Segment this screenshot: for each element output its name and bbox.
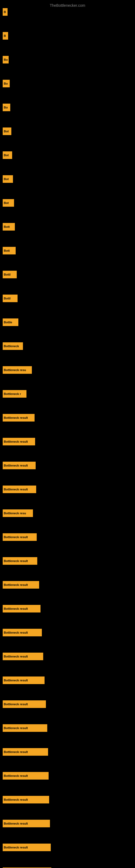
bar-row-27: Bottleneck result [3,653,135,677]
bar-label-14: Bottleneck [4,344,19,348]
bar-row-11: Bottl [3,271,135,294]
bar-row-16: Bottleneck r [3,390,135,414]
bar-row-5: Bot [3,127,135,151]
bar-row-17: Bottleneck result [3,414,135,438]
bar-8: Bot [3,199,14,207]
bar-9: Bott [3,223,15,230]
bar-30: Bottleneck result [3,724,47,732]
bar-row-9: Bott [3,223,135,247]
bar-row-18: Bottleneck result [3,438,135,462]
bar-row-7: Bot [3,175,135,199]
bar-label-20: Bottleneck result [4,488,28,491]
bar-label-9: Bott [4,225,10,228]
bar-4: Bo [3,104,10,111]
bar-23: Bottleneck result [3,557,37,565]
bar-15: Bottleneck resu [3,366,32,374]
bar-14: Bottleneck [3,342,23,350]
bar-label-5: Bot [4,130,9,133]
bar-35: Bottleneck result [3,844,51,851]
bar-10: Bott [3,247,16,254]
bar-26: Bottleneck result [3,629,42,637]
bar-row-28: Bottleneck result [3,677,135,701]
bar-row-24: Bottleneck result [3,581,135,605]
bar-label-27: Bottleneck result [4,655,28,658]
bars-container: BBBoBoBoBotBotBotBotBottBottBottlBottlBo… [0,0,135,868]
bar-label-19: Bottleneck result [4,464,28,467]
bar-25: Bottleneck result [3,605,41,613]
bar-row-22: Bottleneck result [3,533,135,557]
bar-label-29: Bottleneck result [4,703,28,706]
bar-label-6: Bot [4,154,9,157]
bar-row-21: Bottleneck resu [3,509,135,533]
bar-label-21: Bottleneck resu [4,512,26,515]
bar-29: Bottleneck result [3,701,46,708]
bar-label-23: Bottleneck result [4,559,28,563]
bar-27: Bottleneck result [3,653,43,660]
bar-label-2: Bo [4,58,8,61]
bar-row-15: Bottleneck resu [3,366,135,390]
bar-label-7: Bot [4,177,9,181]
bar-row-0: B [3,8,135,32]
bar-row-19: Bottleneck result [3,462,135,486]
bar-row-33: Bottleneck result [3,796,135,820]
bar-label-32: Bottleneck result [4,774,28,777]
bar-row-32: Bottleneck result [3,772,135,796]
bar-label-15: Bottleneck resu [4,368,26,372]
bar-3: Bo [3,80,10,87]
bar-row-12: Bottl [3,294,135,318]
bar-12: Bottl [3,294,17,302]
bar-row-35: Bottleneck result [3,844,135,867]
bar-row-10: Bott [3,247,135,271]
bar-7: Bot [3,175,13,183]
bar-row-6: Bot [3,151,135,175]
bar-19: Bottleneck result [3,462,36,469]
bar-label-3: Bo [4,82,8,85]
bar-label-33: Bottleneck result [4,798,28,801]
bar-row-1: B [3,32,135,56]
bar-label-35: Bottleneck result [4,846,28,849]
bar-28: Bottleneck result [3,677,45,684]
bar-21: Bottleneck resu [3,509,33,517]
bar-row-8: Bot [3,199,135,223]
bar-label-16: Bottleneck r [4,392,21,396]
bar-11: Bottl [3,271,17,278]
bar-1: B [3,32,8,40]
bar-row-26: Bottleneck result [3,629,135,653]
bar-label-24: Bottleneck result [4,583,28,586]
bar-label-0: B [4,10,6,13]
bar-13: Bottle [3,318,18,326]
bar-row-4: Bo [3,104,135,127]
bar-row-2: Bo [3,56,135,80]
bar-label-28: Bottleneck result [4,679,28,682]
bar-22: Bottleneck result [3,533,37,541]
bar-label-8: Bot [4,201,9,205]
bar-label-30: Bottleneck result [4,726,28,730]
bar-row-13: Bottle [3,318,135,342]
bar-row-23: Bottleneck result [3,557,135,581]
bar-5: Bot [3,127,11,135]
bar-label-11: Bottl [4,273,10,276]
bar-label-18: Bottleneck result [4,440,28,443]
bar-row-14: Bottleneck [3,342,135,366]
bar-label-12: Bottl [4,297,10,300]
bar-label-4: Bo [4,106,8,109]
bar-6: Bot [3,151,12,159]
bar-row-29: Bottleneck result [3,701,135,724]
bar-31: Bottleneck result [3,748,48,756]
bar-row-34: Bottleneck result [3,820,135,844]
bar-row-20: Bottleneck result [3,486,135,509]
bar-label-13: Bottle [4,321,12,324]
bar-label-25: Bottleneck result [4,607,28,610]
bar-label-17: Bottleneck result [4,416,28,420]
bar-33: Bottleneck result [3,796,49,803]
bar-row-25: Bottleneck result [3,605,135,629]
bar-label-34: Bottleneck result [4,822,28,825]
bar-label-1: B [4,34,6,37]
bar-16: Bottleneck r [3,390,27,398]
bar-24: Bottleneck result [3,581,39,589]
bar-2: Bo [3,56,9,63]
bar-18: Bottleneck result [3,438,35,445]
bar-row-3: Bo [3,80,135,104]
bar-32: Bottleneck result [3,772,49,780]
bar-17: Bottleneck result [3,414,35,422]
